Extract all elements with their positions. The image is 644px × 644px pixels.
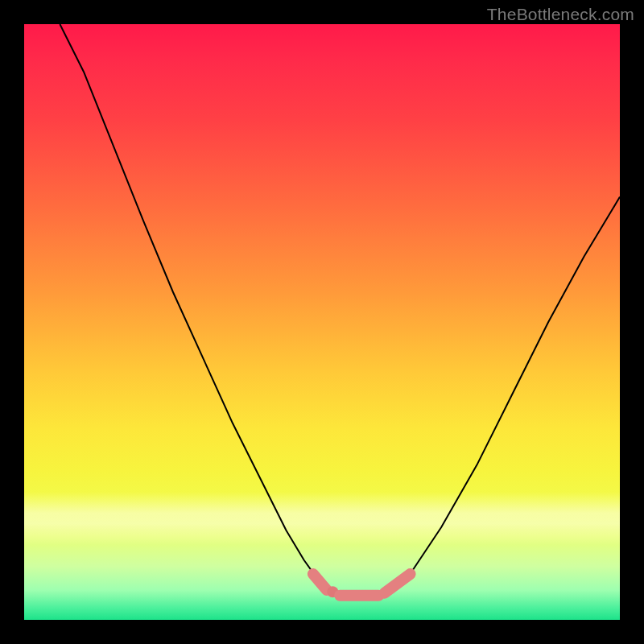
chart-frame: TheBottleneck.com [0, 0, 644, 644]
pale-band [24, 492, 620, 546]
pink-dot-1 [327, 586, 338, 597]
pink-seg-1 [313, 574, 327, 590]
pink-markers [313, 574, 411, 597]
black-curves [60, 24, 620, 595]
curve-layer [24, 24, 620, 620]
plot-area [24, 24, 620, 620]
pink-seg-3 [385, 574, 411, 593]
watermark-text: TheBottleneck.com [487, 5, 634, 24]
